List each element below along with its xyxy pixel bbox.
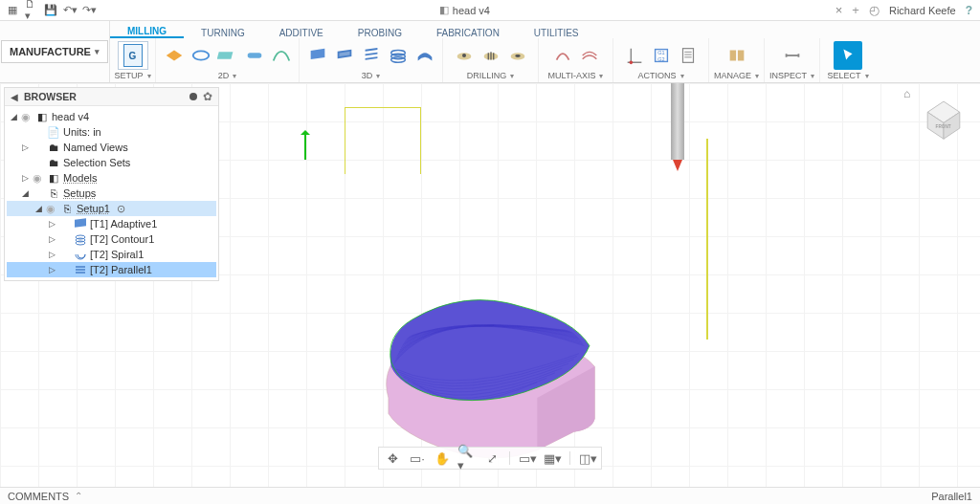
component-icon: ◧ [35,110,49,123]
tree-setup1[interactable]: ◢◉ ⎘ Setup1 ⊙ [7,201,216,216]
folder-icon: 🖿 [47,156,60,169]
tree-models[interactable]: ▷◉ ◧ Models [7,170,216,186]
manage-icon[interactable] [723,41,751,70]
3d-adaptive-icon[interactable] [306,44,329,67]
multiaxis-flow-icon[interactable] [578,44,601,67]
svg-rect-20 [75,218,86,228]
tree-root[interactable]: ◢◉ ◧ head v4 [7,109,216,124]
setup-icon: ⎘ [60,202,74,215]
tree-parallel-label: [T2] Parallel1 [90,264,152,275]
action-post-icon[interactable]: G1G2 [650,44,673,67]
document-cube-icon: ◧ [439,4,449,16]
group-drill-label: DRILLING [467,71,507,80]
svg-text:FRONT: FRONT [936,124,951,129]
file-icon[interactable]: 🗋▾ [25,4,38,17]
nav-toolbar: ✥ ▭· ✋ 🔍▾ ⤢ ▭▾ ▦▾ ◫▾ [378,447,602,470]
group-2d-label: 2D [218,71,230,80]
model [287,150,699,466]
tree-contour-label: [T2] Contour1 [90,233,154,245]
inspect-icon[interactable] [778,41,807,70]
3d-horizontal-icon[interactable] [413,44,436,67]
redo-icon[interactable]: ↷▾ [82,4,96,17]
action-setup-sheet-icon[interactable] [677,44,700,67]
2d-pocket-icon[interactable] [216,44,239,67]
nav-zoom-icon[interactable]: 🔍▾ [457,449,477,467]
group-actions-label: ACTIONS [637,71,676,80]
nav-look-icon[interactable]: ▭· [408,449,427,467]
drill-icon[interactable] [453,44,476,67]
op-adaptive-icon [74,217,87,230]
tree-setup1-label: Setup1 [77,203,110,214]
svg-rect-16 [682,49,693,63]
status-right: Parallel1 [931,491,972,502]
tab-fabrication[interactable]: FABRICATION [419,26,517,38]
svg-point-6 [390,57,405,63]
tree-op-spiral[interactable]: ▷ [T2] Spiral1 [7,247,216,262]
group-manage-label: MANAGE [714,71,751,80]
tab-turning[interactable]: TURNING [184,26,262,38]
nav-grid-icon[interactable]: ▦▾ [543,449,562,467]
tree-op-parallel[interactable]: ▷ [T2] Parallel1 [7,262,216,277]
nav-pan-icon[interactable]: ✋ [433,449,452,467]
3d-pocket-icon[interactable] [333,44,356,67]
app-grid-icon[interactable]: ▦ [6,4,19,17]
multiaxis-swarf-icon[interactable] [551,44,574,67]
3d-contour-icon[interactable] [387,44,410,67]
svg-point-11 [515,55,521,57]
workspace-selector[interactable]: MANUFACTURE [1,40,108,63]
svg-text:G1: G1 [657,50,664,55]
action-generate-icon[interactable] [623,44,646,67]
browser-collapse-icon[interactable]: ◀ [11,92,18,102]
tree-models-label: Models [63,172,97,184]
setup-icon[interactable]: G [118,41,148,70]
tree-selection-sets[interactable]: 🖿 Selection Sets [7,155,216,170]
folder-icon: 🖿 [47,141,60,154]
op-parallel-icon [74,263,87,276]
svg-text:G2: G2 [657,56,664,62]
tree-setups[interactable]: ◢ ⎘ Setups [7,186,216,201]
undo-icon[interactable]: ↶▾ [63,4,77,17]
2d-slot-icon[interactable] [243,44,266,67]
2d-face-icon[interactable] [163,44,186,67]
drill-thread-icon[interactable] [479,44,502,67]
tab-additive[interactable]: ADDITIVE [262,26,341,38]
comments-expand-icon[interactable]: ⌃ [75,491,82,501]
tree-units-label: Units: in [63,126,101,138]
tab-milling[interactable]: MILLING [110,24,184,38]
tool-tip-icon [673,160,682,171]
browser-title: BROWSER [24,91,184,102]
nav-orbit-icon[interactable]: ✥ [383,449,402,467]
close-tab-icon[interactable]: × [835,3,843,17]
2d-trace-icon[interactable] [270,44,293,67]
comments-label[interactable]: COMMENTS [8,491,69,502]
nav-display-icon[interactable]: ▭▾ [518,449,537,467]
browser-panel: ◀ BROWSER ✿ ◢◉ ◧ head v4 📄 Units: in ▷ 🖿… [4,87,219,281]
tab-utilities[interactable]: UTILITIES [517,26,596,38]
svg-rect-1 [217,52,233,58]
help-icon[interactable]: ? [966,4,972,17]
nav-fit-icon[interactable]: ⤢ [482,449,501,467]
axis-z-icon [304,131,306,160]
tab-probing[interactable]: PROBING [341,26,419,38]
viewcube[interactable]: ⌂ FRONT [917,89,970,142]
new-tab-icon[interactable]: + [852,3,859,17]
group-select-label: SELECT [827,71,860,80]
drill-bore-icon[interactable] [506,44,529,67]
nav-viewports-icon[interactable]: ◫▾ [578,449,597,467]
tree-op-adaptive[interactable]: ▷ [T1] Adaptive1 [7,216,216,231]
tree-units[interactable]: 📄 Units: in [7,124,216,140]
update-icon[interactable]: ◴ [869,3,880,17]
browser-settings-icon[interactable]: ✿ [203,90,212,103]
viewcube-home-icon[interactable]: ⌂ [903,87,910,100]
save-icon[interactable]: 💾 [44,4,57,17]
group-inspect-label: INSPECT [769,71,807,80]
2d-contour-icon[interactable] [189,44,212,67]
tree-named-views[interactable]: ▷ 🖿 Named Views [7,140,216,155]
user-name[interactable]: Richard Keefe [889,5,956,16]
tree-op-contour[interactable]: ▷ [T2] Contour1 [7,231,216,247]
svg-point-0 [192,51,209,59]
3d-parallel-icon[interactable] [360,44,383,67]
select-icon[interactable] [834,41,862,70]
browser-status-dot [189,93,197,100]
svg-rect-18 [737,51,743,61]
